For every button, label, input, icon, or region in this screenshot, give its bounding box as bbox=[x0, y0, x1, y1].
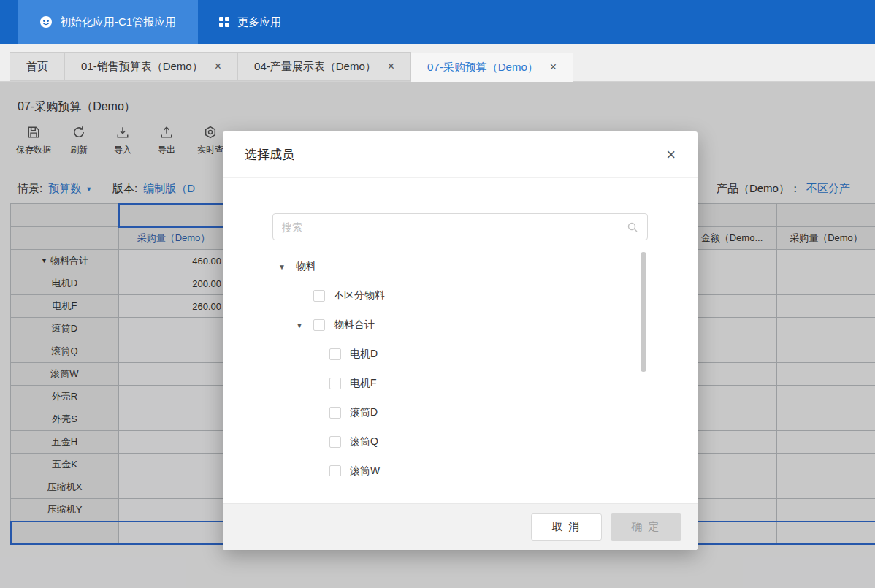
tree-item-label: 滚筒W bbox=[350, 465, 380, 476]
member-picker-dialog: 选择成员 物料 bbox=[223, 131, 698, 550]
tree-item[interactable]: 电机F bbox=[272, 369, 648, 398]
member-tree-list: 物料 不区分物料 物料合计 bbox=[272, 252, 648, 476]
document-tab-label: 04-产量展示表（Demo） bbox=[254, 60, 376, 74]
tree-item[interactable]: 物料合计 bbox=[272, 310, 648, 340]
app-top-bar: 初始化应用-C1管报应用 更多应用 bbox=[0, 0, 875, 44]
document-tab-bar: 首页 01-销售预算表（Demo） 04-产量展示表（Demo） 07-采购预算… bbox=[0, 44, 875, 82]
tree-expand-caret-icon[interactable] bbox=[296, 321, 313, 329]
tree-checkbox[interactable] bbox=[329, 407, 341, 419]
document-tab-label: 首页 bbox=[26, 60, 48, 74]
active-app-label: 初始化应用-C1管报应用 bbox=[60, 15, 176, 29]
tree-item[interactable]: 滚筒D bbox=[272, 398, 648, 427]
tree-checkbox[interactable] bbox=[329, 465, 341, 476]
member-search-input[interactable] bbox=[282, 221, 627, 233]
document-tab[interactable]: 01-销售预算表（Demo） bbox=[65, 52, 238, 81]
active-app-tab[interactable]: 初始化应用-C1管报应用 bbox=[18, 0, 198, 44]
tab-close-icon[interactable] bbox=[388, 61, 394, 72]
tab-close-icon[interactable] bbox=[215, 61, 221, 72]
tab-close-icon[interactable] bbox=[550, 61, 557, 73]
tree-checkbox[interactable] bbox=[313, 319, 325, 331]
dialog-header: 选择成员 bbox=[223, 131, 698, 178]
confirm-button[interactable]: 确 定 bbox=[611, 513, 681, 541]
document-tab[interactable]: 07-采购预算（Demo） bbox=[411, 53, 573, 82]
document-tab[interactable]: 04-产量展示表（Demo） bbox=[238, 52, 411, 81]
member-search-box bbox=[272, 213, 648, 240]
tree-item[interactable]: 滚筒Q bbox=[272, 427, 648, 457]
dialog-body: 物料 不区分物料 物料合计 bbox=[223, 178, 698, 503]
tree-checkbox[interactable] bbox=[329, 436, 341, 448]
tree-item[interactable]: 滚筒W bbox=[272, 457, 648, 476]
search-icon[interactable] bbox=[627, 221, 638, 233]
tree-expand-caret-icon[interactable] bbox=[278, 263, 296, 271]
tree-item-label: 电机F bbox=[350, 377, 377, 390]
dialog-footer: 取 消 确 定 bbox=[223, 503, 698, 550]
tree-item-label: 物料 bbox=[296, 260, 316, 273]
dialog-title: 选择成员 bbox=[245, 146, 294, 163]
document-tab-label: 07-采购预算（Demo） bbox=[427, 61, 538, 75]
member-tree: 物料 不区分物料 物料合计 bbox=[272, 252, 648, 476]
tree-item-label: 电机D bbox=[350, 348, 378, 361]
more-apps-button[interactable]: 更多应用 bbox=[198, 0, 302, 44]
dialog-close-icon[interactable] bbox=[666, 147, 676, 163]
tree-scrollbar-thumb[interactable] bbox=[641, 252, 646, 372]
tree-checkbox[interactable] bbox=[329, 378, 341, 389]
tree-checkbox[interactable] bbox=[329, 348, 341, 360]
tree-item-label: 滚筒Q bbox=[350, 435, 378, 448]
tree-checkbox[interactable] bbox=[313, 290, 325, 302]
tree-item-label: 滚筒D bbox=[350, 406, 378, 419]
more-apps-label: 更多应用 bbox=[237, 15, 281, 29]
app-logo-icon bbox=[39, 15, 53, 28]
tree-item[interactable]: 电机D bbox=[272, 340, 648, 369]
tree-item[interactable]: 不区分物料 bbox=[272, 281, 648, 310]
tree-item[interactable]: 物料 bbox=[272, 252, 648, 281]
document-tab[interactable]: 首页 bbox=[10, 52, 65, 81]
tree-item-label: 不区分物料 bbox=[334, 289, 385, 302]
document-tab-label: 01-销售预算表（Demo） bbox=[81, 60, 203, 74]
cancel-button[interactable]: 取 消 bbox=[531, 513, 602, 541]
apps-grid-icon bbox=[218, 16, 230, 28]
tree-item-label: 物料合计 bbox=[334, 318, 375, 332]
